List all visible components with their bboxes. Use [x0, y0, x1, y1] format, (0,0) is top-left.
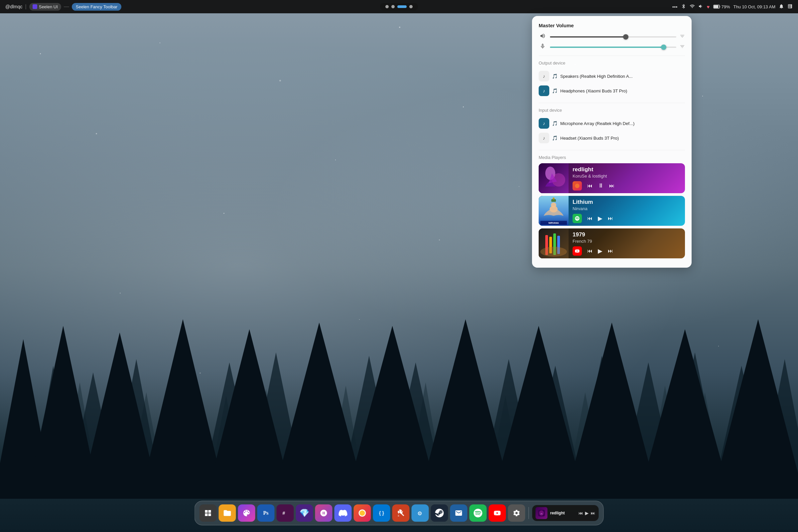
1979-info: 1979 French 79 ⏮ ▶ ⏭ [569, 228, 685, 258]
dock-bottom: Ps # 💎 { } [194, 501, 604, 525]
svg-point-60 [553, 197, 555, 200]
dock-settings[interactable] [508, 505, 525, 522]
input-device-headset[interactable]: ♪ 🎵 Headset (Xiaomi Buds 3T Pro) [539, 131, 685, 145]
grid-icon[interactable] [787, 4, 793, 10]
center-dot-2 [391, 5, 395, 8]
speaker-tune-icon[interactable] [680, 34, 685, 40]
dock-app-launcher[interactable] [200, 505, 217, 522]
dock-music-widget: redlight ⏮ ▶ ⏭ [532, 505, 599, 521]
wifi-icon[interactable] [690, 4, 695, 10]
username-label: @dlmqc [5, 4, 23, 9]
dock-files[interactable] [219, 505, 236, 522]
separator-2: — [64, 4, 69, 10]
seelen-ui-pill[interactable]: Seelen UI [29, 3, 61, 11]
dock-firefox[interactable] [354, 505, 371, 522]
dock-vscode[interactable]: { } [373, 505, 391, 522]
speakers-icon-box: ♪ [539, 71, 549, 81]
separator-1: | [25, 4, 26, 10]
heart-icon: ♥ [707, 4, 710, 10]
dock-gradient-tool[interactable] [238, 505, 255, 522]
output-device-speakers[interactable]: ♪ 🎵 Speakers (Realtek High Definition A.… [539, 69, 685, 83]
center-dot-1 [385, 5, 389, 8]
headset-note: ♪ [543, 135, 545, 141]
mic-slider-track[interactable] [550, 46, 676, 48]
mic-tune-icon[interactable] [680, 44, 685, 51]
taskbar-top: @dlmqc | Seelen UI — Seelen Fancy Toolba… [0, 0, 798, 13]
dock-slack[interactable]: # [277, 505, 294, 522]
1979-play-btn[interactable]: ▶ [598, 247, 603, 255]
redlight-pause-btn[interactable]: ⏸ [598, 182, 604, 189]
speakers-name: Speakers (Realtek High Definition A... [560, 74, 685, 79]
center-dot-3 [409, 5, 413, 8]
1979-controls: ⏮ ▶ ⏭ [573, 246, 681, 256]
dock-spotify[interactable] [470, 505, 487, 522]
taskbar-right: ••• ♥ 79% Thu 10 Oct, 09:13 AM [672, 4, 793, 10]
vscode-label: { } [379, 510, 384, 516]
dock-tool[interactable] [392, 505, 410, 522]
lithium-next-btn[interactable]: ⏭ [608, 215, 613, 222]
dock-next-btn[interactable]: ⏭ [591, 510, 595, 516]
speaker-slider-track[interactable] [550, 36, 676, 38]
dock-obsidian[interactable]: 💎 [296, 505, 313, 522]
media-card-redlight: redlight KoruSe & lostlight ⏮ ⏸ ⏭ [539, 163, 685, 193]
lithium-title: Lithium [573, 199, 681, 206]
dock-music-info: redlight [550, 511, 576, 515]
volume-popup: Master Volume Output device [532, 16, 691, 268]
svg-point-58 [551, 203, 556, 208]
dock-arc-browser[interactable] [315, 505, 332, 522]
dock-separator [529, 507, 529, 519]
datetime-label: Thu 10 Oct, 09:13 AM [734, 4, 775, 9]
output-device-label: Output device [539, 60, 685, 65]
taskbar-center [380, 3, 418, 10]
popup-title: Master Volume [539, 23, 685, 28]
battery-indicator: 79% [713, 4, 730, 9]
dock-steam[interactable] [431, 505, 448, 522]
bluetooth-icon[interactable] [681, 4, 686, 10]
svg-rect-51 [720, 6, 720, 8]
redlight-controls: ⏮ ⏸ ⏭ [573, 181, 681, 191]
mic-array-note: ♪ [543, 121, 545, 126]
output-device-headphones[interactable]: ♪ 🎵 Headphones (Xiaomi Buds 3T Pro) [539, 83, 685, 98]
lithium-play-btn[interactable]: ▶ [598, 215, 603, 222]
headphones-name: Headphones (Xiaomi Buds 3T Pro) [560, 89, 685, 93]
dock-photoshop[interactable]: Ps [258, 505, 274, 522]
headphones-icon-box: ♪ [539, 86, 549, 96]
obsidian-gem-icon: 💎 [300, 508, 309, 518]
mic-array-jack: 🎵 [552, 121, 557, 126]
mic-slider-fill [550, 46, 664, 48]
input-device-mic-array[interactable]: ♪ 🎵 Microphone Array (Realtek High Def..… [539, 116, 685, 131]
redlight-next-btn[interactable]: ⏭ [609, 183, 614, 189]
dock-prev-btn[interactable]: ⏮ [578, 510, 583, 516]
dock-play-btn[interactable]: ▶ [585, 510, 589, 516]
redlight-prev-btn[interactable]: ⏮ [587, 183, 592, 189]
seelen-ui-icon [33, 4, 37, 9]
divider-2 [539, 103, 685, 103]
photoshop-label: Ps [263, 510, 269, 516]
redlight-info: redlight KoruSe & lostlight ⏮ ⏸ ⏭ [569, 163, 685, 193]
dock-gesture[interactable] [412, 505, 429, 522]
dock-discord[interactable] [335, 505, 352, 522]
more-icon[interactable]: ••• [672, 4, 678, 10]
media-players-label: Media Players [539, 155, 685, 160]
speaker-slider-thumb [623, 34, 628, 40]
lithium-prev-btn[interactable]: ⏮ [587, 215, 592, 222]
svg-text:NIRVANA: NIRVANA [548, 222, 558, 224]
battery-percent: 79% [722, 4, 730, 9]
volume-icon[interactable] [698, 4, 704, 10]
seelen-ui-label: Seelen UI [39, 4, 58, 9]
mic-array-name: Microphone Array (Realtek High Def...) [560, 121, 685, 126]
speaker-volume-row [539, 33, 685, 41]
1979-prev-btn[interactable]: ⏮ [587, 248, 592, 254]
dock-music-title: redlight [550, 511, 576, 515]
lithium-artist: Nirvana [573, 206, 681, 211]
dock-email[interactable] [450, 505, 468, 522]
headset-icon-box: ♪ [539, 133, 549, 143]
1979-artist: French 79 [573, 239, 681, 244]
1979-next-btn[interactable]: ⏭ [608, 248, 613, 254]
redlight-artist: KoruSe & lostlight [573, 174, 681, 178]
bell-icon[interactable] [779, 4, 784, 10]
divider-1 [539, 56, 685, 56]
dock-music-art [536, 507, 548, 519]
dock-youtube[interactable] [489, 505, 506, 522]
fancy-toolbar-pill[interactable]: Seelen Fancy Toolbar [72, 3, 122, 11]
